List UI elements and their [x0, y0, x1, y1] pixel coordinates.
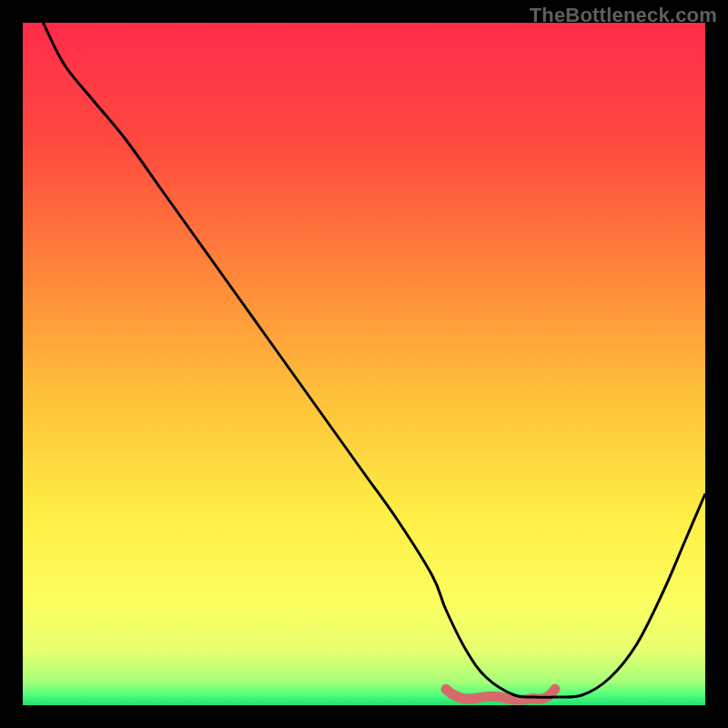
bottleneck-curve	[44, 23, 706, 697]
plot-area	[23, 23, 705, 705]
watermark-text: TheBottleneck.com	[530, 4, 717, 27]
curve-layer	[23, 23, 705, 705]
chart-container: TheBottleneck.com	[0, 0, 728, 728]
